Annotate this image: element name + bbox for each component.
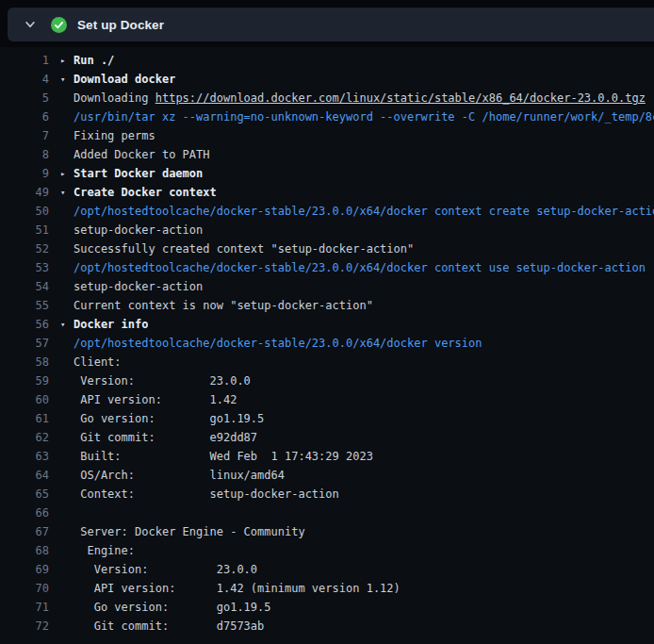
log-line: 51setup-docker-action xyxy=(0,221,654,239)
line-number[interactable]: 59 xyxy=(0,374,49,388)
log-group-row[interactable]: 1▸Run ./ xyxy=(0,51,654,70)
log-line: 72 Git commit: d7573ab xyxy=(0,617,654,636)
line-number[interactable]: 55 xyxy=(0,299,49,312)
step-header[interactable]: Set up Docker xyxy=(8,8,654,41)
log-text: Context: setup-docker-action xyxy=(74,487,339,501)
line-number[interactable]: 54 xyxy=(0,280,49,293)
line-number[interactable]: 60 xyxy=(0,393,49,406)
line-number[interactable]: 70 xyxy=(0,582,49,595)
log-text: Built: Wed Feb 1 17:43:29 2023 xyxy=(74,450,373,463)
chevron-down-icon[interactable] xyxy=(23,17,38,32)
chevron-down-icon[interactable]: ▾ xyxy=(60,74,74,84)
log-line: 64 OS/Arch: linux/amd64 xyxy=(0,466,654,485)
log-line: 65 Context: setup-docker-action xyxy=(0,485,654,504)
log-group-row[interactable]: 4▾Download docker xyxy=(0,70,654,89)
log-text: Go version: go1.19.5 xyxy=(74,412,264,425)
line-number[interactable]: 58 xyxy=(0,355,49,369)
line-number[interactable]: 61 xyxy=(0,412,49,425)
log-text: API version: 1.42 (minimum version 1.12) xyxy=(74,582,401,595)
log-text: /usr/bin/tar xz --warning=no-unknown-key… xyxy=(74,110,654,124)
chevron-down-icon[interactable]: ▾ xyxy=(60,188,74,197)
log-text: setup-docker-action xyxy=(74,280,203,293)
log-text: Client: xyxy=(74,355,122,369)
log-line: 60 API version: 1.42 xyxy=(0,390,654,409)
log-text: Run ./ xyxy=(74,54,114,67)
log-text: Downloading https://download.docker.com/… xyxy=(74,91,646,105)
line-number[interactable]: 63 xyxy=(0,450,49,463)
log-text: Start Docker daemon xyxy=(74,167,203,180)
line-number[interactable]: 9 xyxy=(0,167,49,180)
line-number[interactable]: 1 xyxy=(0,54,49,67)
log-text: Downloading xyxy=(74,91,155,105)
log-text: Download docker xyxy=(74,73,175,86)
line-number[interactable]: 7 xyxy=(0,129,49,142)
log-text: Successfully created context "setup-dock… xyxy=(74,242,414,256)
line-number[interactable]: 72 xyxy=(0,619,49,633)
log-text: OS/Arch: linux/amd64 xyxy=(74,469,285,482)
line-number[interactable]: 68 xyxy=(0,544,49,557)
log-text: Git commit: e92dd87 xyxy=(74,431,257,444)
success-check-icon xyxy=(51,17,67,33)
line-number[interactable]: 64 xyxy=(0,469,49,482)
log-line: 52Successfully created context "setup-do… xyxy=(0,239,654,258)
line-number[interactable]: 56 xyxy=(0,318,49,331)
log-text: Go version: go1.19.5 xyxy=(74,601,271,614)
log-line: 66 xyxy=(0,504,654,522)
log-line: 58Client: xyxy=(0,353,654,372)
log-group-row[interactable]: 56▾Docker info xyxy=(0,315,654,334)
log-line: 57/opt/hostedtoolcache/docker-stable/23.… xyxy=(0,334,654,353)
log-line: 7Fixing perms xyxy=(0,126,654,145)
chevron-right-icon[interactable]: ▸ xyxy=(60,56,74,65)
log-text: Server: Docker Engine - Community xyxy=(74,525,305,538)
log-line: 70 API version: 1.42 (minimum version 1.… xyxy=(0,579,654,598)
line-number[interactable]: 8 xyxy=(0,148,49,161)
log-line: 62 Git commit: e92dd87 xyxy=(0,428,654,447)
log-line: 67 Server: Docker Engine - Community xyxy=(0,522,654,541)
log-line: 6/usr/bin/tar xz --warning=no-unknown-ke… xyxy=(0,107,654,126)
log-line: 61 Go version: go1.19.5 xyxy=(0,409,654,428)
log-text: /opt/hostedtoolcache/docker-stable/23.0.… xyxy=(74,337,482,350)
line-number[interactable]: 69 xyxy=(0,563,49,576)
line-number[interactable]: 4 xyxy=(0,73,49,86)
log-text: Current context is now "setup-docker-act… xyxy=(74,299,373,312)
log-line: 8Added Docker to PATH xyxy=(0,145,654,164)
log-url-link[interactable]: https://download.docker.com/linux/static… xyxy=(155,91,646,105)
log-text: API version: 1.42 xyxy=(74,393,237,406)
log-text: Create Docker context xyxy=(74,186,217,199)
line-number[interactable]: 49 xyxy=(0,186,49,199)
line-number[interactable]: 5 xyxy=(0,91,49,105)
log-line: 68 Engine: xyxy=(0,541,654,560)
log-viewer: 1▸Run ./4▾Download docker5Downloading ht… xyxy=(0,47,654,644)
line-number[interactable]: 6 xyxy=(0,110,49,124)
log-text: Fixing perms xyxy=(74,129,155,142)
log-line: 69 Version: 23.0.0 xyxy=(0,560,654,579)
line-number[interactable]: 52 xyxy=(0,242,49,256)
log-line: 50/opt/hostedtoolcache/docker-stable/23.… xyxy=(0,202,654,221)
line-number[interactable]: 65 xyxy=(0,487,49,501)
line-number[interactable]: 51 xyxy=(0,223,49,237)
chevron-down-icon[interactable]: ▾ xyxy=(60,320,74,329)
log-text: Added Docker to PATH xyxy=(74,148,210,161)
log-group-row[interactable]: 49▾Create Docker context xyxy=(0,183,654,202)
log-line: 53/opt/hostedtoolcache/docker-stable/23.… xyxy=(0,258,654,277)
log-text: Docker info xyxy=(74,318,148,331)
line-number[interactable]: 50 xyxy=(0,205,49,218)
log-line: 55Current context is now "setup-docker-a… xyxy=(0,296,654,315)
line-number[interactable]: 57 xyxy=(0,337,49,350)
log-text: setup-docker-action xyxy=(74,223,203,237)
log-text: Version: 23.0.0 xyxy=(74,374,251,388)
log-text: Git commit: d7573ab xyxy=(74,619,264,633)
line-number[interactable]: 71 xyxy=(0,601,49,614)
line-number[interactable]: 67 xyxy=(0,525,49,538)
log-line: 5Downloading https://download.docker.com… xyxy=(0,89,654,107)
line-number[interactable]: 53 xyxy=(0,261,49,274)
log-line: 63 Built: Wed Feb 1 17:43:29 2023 xyxy=(0,447,654,466)
line-number[interactable]: 66 xyxy=(0,506,49,520)
step-title: Set up Docker xyxy=(77,18,164,32)
log-line: 59 Version: 23.0.0 xyxy=(0,372,654,390)
log-text: Version: 23.0.0 xyxy=(74,563,257,576)
line-number[interactable]: 62 xyxy=(0,431,49,444)
chevron-right-icon[interactable]: ▸ xyxy=(60,169,74,178)
log-text: /opt/hostedtoolcache/docker-stable/23.0.… xyxy=(74,261,646,274)
log-group-row[interactable]: 9▸Start Docker daemon xyxy=(0,164,654,183)
